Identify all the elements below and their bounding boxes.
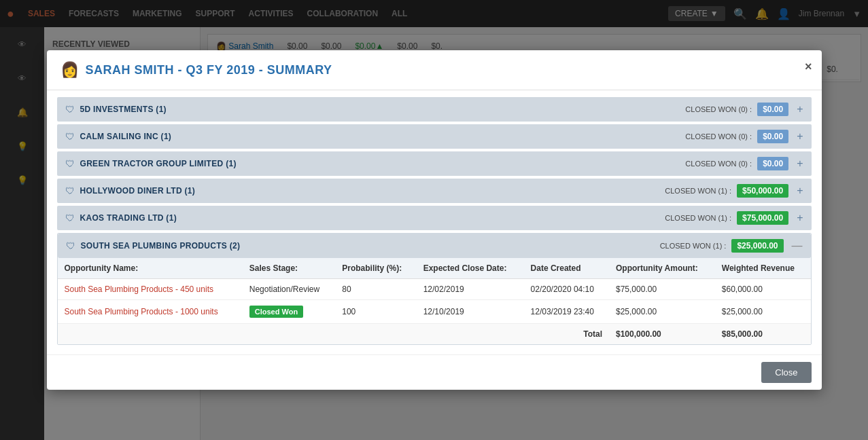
account-row-5d[interactable]: 🛡 5D INVESTMENTS (1) CLOSED WON (0) : $0… — [57, 97, 812, 122]
account-amount-kaos: $75,000.00 — [737, 211, 788, 225]
modal-body: 🛡 5D INVESTMENTS (1) CLOSED WON (0) : $0… — [47, 90, 822, 354]
account-amount-south-sea: $25,000.00 — [731, 239, 783, 253]
account-right-calm: CLOSED WON (0) : $0.00 + — [685, 130, 803, 143]
date-created-1: 02/20/2020 04:10 — [524, 279, 609, 300]
probability-1: 80 — [335, 279, 416, 300]
table-row-2: South Sea Plumbing Products - 1000 units… — [58, 300, 811, 324]
account-name-calm: CALM SAILING INC (1) — [80, 132, 686, 141]
modal-overlay: 👩 SARAH SMITH - Q3 FY 2019 - SUMMARY × 🛡… — [0, 0, 868, 440]
shield-icon-kaos: 🛡 — [65, 213, 75, 223]
account-name-5d: 5D INVESTMENTS (1) — [80, 105, 686, 114]
modal-header: 👩 SARAH SMITH - Q3 FY 2019 - SUMMARY × — [47, 50, 822, 90]
account-name-kaos: KAOS TRADING LTD (1) — [80, 213, 665, 223]
account-row-calm[interactable]: 🛡 CALM SAILING INC (1) CLOSED WON (0) : … — [57, 124, 812, 149]
account-stage-green: CLOSED WON (0) : — [685, 160, 752, 168]
total-label-cell: Total — [58, 324, 610, 345]
account-right-kaos: CLOSED WON (1) : $75,000.00 + — [665, 211, 803, 225]
weighted-1: $60,000.00 — [715, 279, 811, 300]
account-row-green[interactable]: 🛡 GREEN TRACTOR GROUP LIMITED (1) CLOSED… — [57, 151, 812, 176]
probability-2: 100 — [335, 300, 416, 324]
weighted-2: $25,000.00 — [715, 300, 811, 324]
add-button-hollywood[interactable]: + — [797, 185, 803, 197]
account-name-hollywood: HOLLYWOOD DINER LTD (1) — [80, 186, 665, 196]
add-button-green[interactable]: + — [797, 158, 803, 170]
closed-won-badge: Closed Won — [249, 306, 303, 318]
opportunities-table: Opportunity Name: Sales Stage: Probabili… — [58, 258, 811, 344]
account-stage-kaos: CLOSED WON (1) : — [665, 214, 731, 222]
modal-header-icon: 👩 — [60, 61, 79, 79]
account-stage-5d: CLOSED WON (0) : — [685, 105, 752, 113]
total-weighted: $85,000.00 — [715, 324, 811, 345]
col-amount: Opportunity Amount: — [609, 258, 715, 279]
account-right-5d: CLOSED WON (0) : $0.00 + — [685, 103, 803, 116]
shield-icon-green: 🛡 — [65, 158, 75, 169]
col-sales-stage: Sales Stage: — [243, 258, 335, 279]
opp-name-1[interactable]: South Sea Plumbing Products - 450 units — [58, 279, 243, 300]
add-button-5d[interactable]: + — [797, 103, 803, 115]
account-name-south-sea: SOUTH SEA PLUMBING PRODUCTS (2) — [81, 241, 660, 251]
account-amount-5d: $0.00 — [757, 103, 788, 116]
table-total-row: Total $100,000.00 $85,000.00 — [58, 324, 811, 345]
col-date-created: Date Created — [524, 258, 609, 279]
date-created-2: 12/03/2019 23:40 — [524, 300, 609, 324]
col-probability: Probability (%): — [335, 258, 416, 279]
account-amount-hollywood: $50,000.00 — [737, 184, 788, 198]
sales-stage-1: Negotiation/Review — [243, 279, 335, 300]
col-close-date: Expected Close Date: — [417, 258, 524, 279]
add-button-calm[interactable]: + — [797, 130, 803, 143]
close-date-1: 12/02/2019 — [417, 279, 524, 300]
shield-icon-hollywood: 🛡 — [65, 185, 75, 196]
close-date-2: 12/10/2019 — [417, 300, 524, 324]
modal-close-button[interactable]: × — [805, 60, 812, 74]
account-row-kaos[interactable]: 🛡 KAOS TRADING LTD (1) CLOSED WON (1) : … — [57, 206, 812, 230]
account-stage-south-sea: CLOSED WON (1) : — [660, 242, 727, 250]
modal: 👩 SARAH SMITH - Q3 FY 2019 - SUMMARY × 🛡… — [47, 50, 822, 390]
account-stage-hollywood: CLOSED WON (1) : — [665, 187, 731, 195]
opp-name-2[interactable]: South Sea Plumbing Products - 1000 units — [58, 300, 243, 324]
modal-title: SARAH SMITH - Q3 FY 2019 - SUMMARY — [86, 63, 332, 77]
shield-icon-5d: 🛡 — [65, 104, 75, 115]
account-amount-green: $0.00 — [757, 157, 788, 170]
add-button-kaos[interactable]: + — [797, 212, 803, 224]
expanded-section-south-sea: 🛡 SOUTH SEA PLUMBING PRODUCTS (2) CLOSED… — [57, 233, 812, 345]
account-right-green: CLOSED WON (0) : $0.00 + — [685, 157, 803, 170]
sales-stage-2: Closed Won — [243, 300, 335, 324]
col-weighted: Weighted Revenue — [715, 258, 811, 279]
amount-2: $25,000.00 — [609, 300, 715, 324]
account-stage-calm: CLOSED WON (0) : — [685, 132, 752, 141]
collapse-button-south-sea[interactable]: — — [792, 240, 803, 252]
account-right-south-sea: CLOSED WON (1) : $25,000.00 — — [660, 239, 803, 253]
amount-1: $75,000.00 — [609, 279, 715, 300]
account-amount-calm: $0.00 — [757, 130, 788, 143]
footer-close-button[interactable]: Close — [761, 362, 811, 383]
modal-footer: Close — [47, 354, 822, 390]
table-row-1: South Sea Plumbing Products - 450 units … — [58, 279, 811, 300]
account-name-green: GREEN TRACTOR GROUP LIMITED (1) — [80, 159, 686, 168]
col-opp-name: Opportunity Name: — [58, 258, 243, 279]
account-row-hollywood[interactable]: 🛡 HOLLYWOOD DINER LTD (1) CLOSED WON (1)… — [57, 179, 812, 203]
total-amount: $100,000.00 — [609, 324, 715, 345]
shield-icon-south-sea: 🛡 — [66, 240, 75, 251]
shield-icon-calm: 🛡 — [65, 131, 75, 142]
account-row-south-sea[interactable]: 🛡 SOUTH SEA PLUMBING PRODUCTS (2) CLOSED… — [58, 234, 811, 258]
account-right-hollywood: CLOSED WON (1) : $50,000.00 + — [665, 184, 803, 198]
